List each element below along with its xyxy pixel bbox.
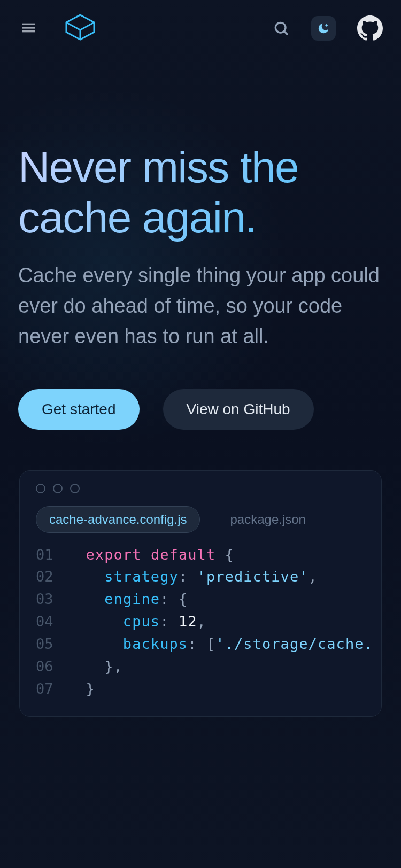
github-link[interactable]	[355, 13, 385, 43]
cube-logo-icon	[63, 13, 97, 42]
hero-buttons: Get started View on GitHub	[18, 389, 383, 430]
search-button[interactable]	[271, 18, 292, 39]
code-line: }	[86, 678, 373, 700]
code-line: engine: {	[86, 588, 373, 610]
tab-config-js[interactable]: cache-advance.config.js	[36, 506, 200, 533]
code-line: export default {	[86, 544, 373, 566]
line-number: 05	[36, 633, 53, 655]
code-line: cpus: 12,	[86, 610, 373, 633]
window-dot-close	[36, 484, 45, 493]
window-dot-minimize	[53, 484, 63, 493]
get-started-button[interactable]: Get started	[18, 389, 140, 430]
code-line: strategy: 'predictive',	[86, 565, 373, 588]
hero-title: Never miss the cache again.	[18, 142, 383, 243]
svg-point-3	[275, 22, 286, 33]
line-number: 01	[36, 544, 53, 566]
code-tabs: cache-advance.config.js package.json	[20, 493, 381, 544]
code-window: cache-advance.config.js package.json 01 …	[19, 470, 382, 717]
tab-package-json[interactable]: package.json	[217, 507, 318, 532]
line-number: 02	[36, 565, 53, 588]
header-left	[16, 13, 97, 44]
header	[0, 0, 401, 57]
github-icon	[357, 15, 383, 41]
header-right	[271, 13, 385, 43]
code-content: export default { strategy: 'predictive',…	[70, 544, 373, 700]
svg-line-4	[284, 31, 288, 35]
search-icon	[273, 20, 290, 37]
line-number: 03	[36, 588, 53, 610]
theme-toggle-button[interactable]	[311, 16, 336, 41]
line-number: 06	[36, 655, 53, 678]
moon-sparkle-icon	[316, 21, 331, 36]
window-dot-maximize	[70, 484, 80, 493]
code-area: 01 02 03 04 05 06 07 export default { st…	[20, 544, 381, 716]
hamburger-icon	[20, 19, 37, 36]
code-line: backups: ['./storage/cache.	[86, 633, 373, 655]
line-numbers: 01 02 03 04 05 06 07	[36, 544, 70, 700]
view-github-button[interactable]: View on GitHub	[163, 389, 314, 430]
line-number: 04	[36, 610, 53, 633]
menu-button[interactable]	[16, 15, 42, 42]
code-line: },	[86, 655, 373, 678]
logo-link[interactable]	[63, 13, 97, 44]
hero-subtitle: Cache every single thing your app could …	[18, 260, 383, 352]
hero-section: Never miss the cache again. Cache every …	[0, 57, 401, 430]
line-number: 07	[36, 678, 53, 700]
window-traffic-lights	[20, 471, 381, 493]
